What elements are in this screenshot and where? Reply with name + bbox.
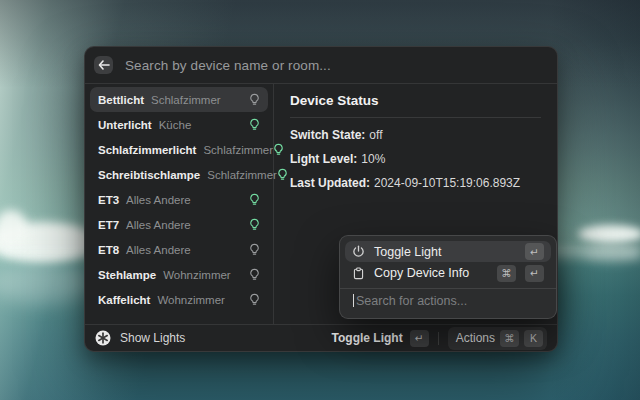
field-value: 10% <box>361 152 385 166</box>
enter-key-badge: ↵ <box>525 243 544 260</box>
actions-button-label: Actions <box>456 331 495 345</box>
arrow-left-icon <box>98 60 110 70</box>
search-input[interactable]: Search by device name or room... <box>125 58 331 73</box>
device-name: ET3 <box>98 194 119 206</box>
field-value: off <box>369 128 382 142</box>
status-bar: Show Lights Toggle Light ↵ Actions ⌘ K <box>85 324 557 351</box>
app-label: Show Lights <box>120 331 185 345</box>
field-label: Light Level: <box>290 152 357 166</box>
back-button[interactable] <box>94 56 113 74</box>
device-name: Bettlicht <box>98 94 144 106</box>
device-row[interactable]: ET7 Alles Andere <box>90 212 268 237</box>
cmd-key-badge: ⌘ <box>497 265 516 282</box>
field-label: Switch State: <box>290 128 365 142</box>
status-field: Light Level:10% <box>290 152 541 166</box>
field-value: 2024-09-10T15:19:06.893Z <box>374 176 520 190</box>
text-caret <box>353 294 354 307</box>
island-reflection <box>583 246 640 262</box>
lightbulb-icon <box>249 218 260 231</box>
device-row[interactable]: Schreibtischlampe Schlafzimmer <box>90 162 268 187</box>
actions-button[interactable]: Actions ⌘ K <box>448 327 547 350</box>
device-row[interactable]: Unterlicht Küche <box>90 112 268 137</box>
device-name: Unterlicht <box>98 119 152 131</box>
device-room: Alles Andere <box>126 244 191 256</box>
device-room: Küche <box>159 119 192 131</box>
actions-search-input[interactable]: Search for actions... <box>340 288 556 313</box>
actions-popover: Toggle Light ↵ Copy Device Info ⌘ ↵ Sear… <box>339 235 557 319</box>
action-copy-device-info[interactable]: Copy Device Info ⌘ ↵ <box>345 262 551 283</box>
device-name: ET7 <box>98 219 119 231</box>
status-field: Last Updated:2024-09-10T15:19:06.893Z <box>290 176 541 190</box>
device-room: Wohnzimmer <box>157 294 225 306</box>
device-row[interactable]: Stehlampe Wohnzimmer <box>90 262 268 287</box>
device-name: ET8 <box>98 244 119 256</box>
device-list: Bettlicht Schlafzimmer Unterlicht Küche … <box>85 84 274 324</box>
action-label: Toggle Light <box>374 245 441 259</box>
device-row[interactable]: ET3 Alles Andere <box>90 187 268 212</box>
lightbulb-icon <box>249 93 260 106</box>
device-row[interactable]: Schlafzimmerlicht Schlafzimmer <box>90 137 268 162</box>
footer-divider <box>438 332 439 345</box>
clipboard-icon <box>352 267 365 280</box>
device-row[interactable]: Kaffelicht Wohnzimmer <box>90 287 268 312</box>
lights-app-icon <box>95 330 111 346</box>
device-name: Kaffelicht <box>98 294 150 306</box>
device-row[interactable]: Bettlicht Schlafzimmer <box>90 87 268 112</box>
footer-right: Toggle Light ↵ Actions ⌘ K <box>332 327 547 350</box>
enter-key-badge: ↵ <box>525 265 544 282</box>
device-name: Stehlampe <box>98 269 156 281</box>
white-island <box>578 225 640 243</box>
lightbulb-icon <box>249 243 260 256</box>
tree-reflection <box>0 262 95 304</box>
device-room: Schlafzimmer <box>151 94 221 106</box>
device-room: Schlafzimmer <box>207 169 277 181</box>
field-label: Last Updated: <box>290 176 370 190</box>
action-toggle-light[interactable]: Toggle Light ↵ <box>345 241 551 262</box>
device-row[interactable]: ET8 Alles Andere <box>90 237 268 262</box>
footer-left: Show Lights <box>95 330 185 346</box>
divider <box>290 117 541 118</box>
device-name: Schlafzimmerlicht <box>98 144 196 156</box>
actions-search-placeholder: Search for actions... <box>356 294 467 308</box>
launcher-window: Search by device name or room... Bettlic… <box>84 46 558 352</box>
lightbulb-icon <box>249 193 260 206</box>
device-name: Schreibtischlampe <box>98 169 200 181</box>
search-bar: Search by device name or room... <box>85 47 557 84</box>
device-room: Wohnzimmer <box>163 269 231 281</box>
enter-key-badge: ↵ <box>410 330 429 347</box>
panel-title: Device Status <box>290 93 541 108</box>
device-room: Alles Andere <box>126 219 191 231</box>
lightbulb-icon <box>249 268 260 281</box>
power-icon <box>352 245 365 258</box>
device-room: Schlafzimmer <box>203 144 273 156</box>
device-room: Alles Andere <box>126 194 191 206</box>
k-key-badge: K <box>524 330 543 347</box>
action-label: Copy Device Info <box>374 266 469 280</box>
lightbulb-icon <box>249 118 260 131</box>
primary-action-label[interactable]: Toggle Light <box>332 331 403 345</box>
status-field: Switch State:off <box>290 128 541 142</box>
lightbulb-icon <box>249 293 260 306</box>
cmd-key-badge: ⌘ <box>500 330 519 347</box>
